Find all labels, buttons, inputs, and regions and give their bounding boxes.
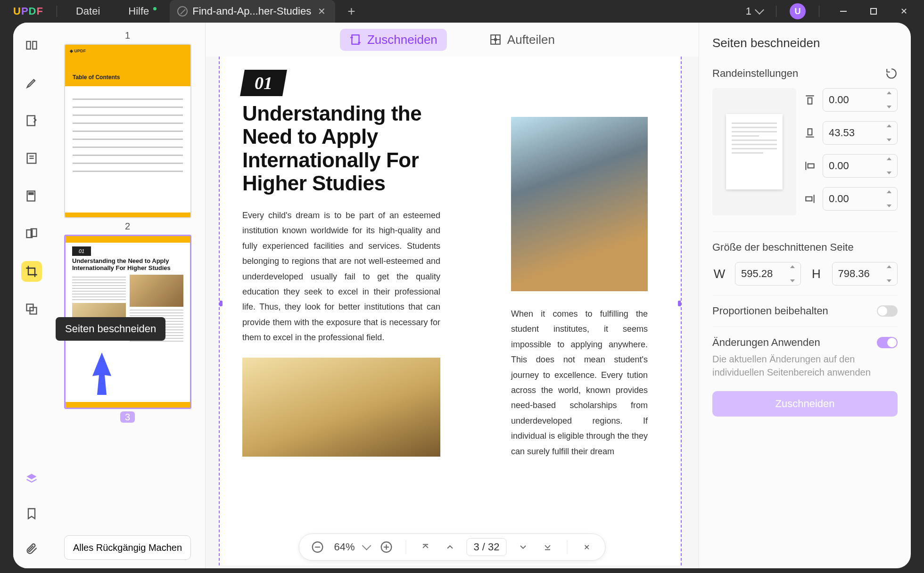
center-area: Zuschneiden Aufteilen 01 Understanding t… — [206, 23, 699, 568]
zoom-out-button[interactable] — [310, 539, 326, 555]
margin-right-input[interactable]: 0.00 — [823, 187, 898, 211]
svg-rect-30 — [806, 197, 812, 201]
page-content: 01 Understanding the Need to Apply Inter… — [220, 57, 681, 470]
spin-up-icon[interactable] — [887, 265, 891, 268]
mode-split-label: Aufteilen — [507, 33, 555, 47]
menu-file[interactable]: Datei — [62, 5, 114, 17]
spin-down-icon[interactable] — [887, 172, 891, 174]
title-bar: UPDF Datei Hilfe Find-and-Ap...her-Studi… — [0, 0, 924, 23]
document-tab[interactable]: Find-and-Ap...her-Studies ✕ — [170, 0, 335, 23]
menu-help-label: Hilfe — [128, 5, 149, 17]
spin-up-icon[interactable] — [790, 265, 795, 268]
crop-frame[interactable]: 01 Understanding the Need to Apply Inter… — [219, 57, 682, 565]
rail-organize[interactable] — [21, 223, 42, 244]
margin-top-input[interactable]: 0.00 — [823, 88, 898, 112]
close-crop-button[interactable]: ✕ — [578, 539, 594, 555]
page-para-1: Every child's dream is to be part of an … — [242, 208, 440, 345]
first-page-button[interactable] — [418, 539, 434, 555]
mode-split[interactable]: Aufteilen — [480, 29, 564, 51]
apply-changes-toggle[interactable] — [877, 337, 898, 348]
svg-rect-25 — [808, 98, 812, 104]
rail-form[interactable] — [21, 148, 42, 169]
thumbnail-1[interactable]: ◆ UPDF Table of Contents — [64, 44, 191, 218]
height-label: H — [809, 267, 824, 281]
view-toolbar: 64% 3 / 32 ✕ — [299, 533, 606, 561]
margin-right-icon — [804, 193, 816, 205]
menu-help[interactable]: Hilfe — [114, 5, 163, 17]
keep-proportions-label: Proportionen beibehalten — [712, 305, 828, 317]
divider — [819, 6, 819, 17]
spin-down-icon[interactable] — [887, 106, 891, 108]
chevron-down-icon — [755, 5, 764, 15]
rail-crop-pages[interactable] — [21, 261, 42, 282]
rail-tooltip: Seiten beschneiden — [56, 317, 165, 341]
rail-bookmarks[interactable] — [21, 503, 42, 524]
mode-switcher: Zuschneiden Aufteilen — [206, 23, 699, 57]
panel-title: Seiten beschneiden — [712, 36, 898, 50]
rail-highlight[interactable] — [21, 73, 42, 93]
rail-layers[interactable] — [21, 468, 42, 489]
mode-crop[interactable]: Zuschneiden — [340, 29, 447, 51]
crop-handle-right[interactable] — [678, 301, 682, 306]
page-current: 3 — [474, 541, 479, 553]
crop-handle-left[interactable] — [219, 301, 223, 306]
close-tab-icon[interactable]: ✕ — [316, 6, 328, 17]
page-heading: Understanding the Need to Apply Internat… — [242, 102, 450, 195]
spin-up-icon[interactable] — [887, 190, 891, 193]
spin-up-icon[interactable] — [887, 124, 891, 127]
rail-compare[interactable] — [21, 299, 42, 319]
height-input[interactable]: 798.36 — [832, 262, 898, 286]
page-sep: / — [482, 541, 485, 553]
spin-down-icon[interactable] — [887, 139, 891, 141]
page-indicator[interactable]: 3 / 32 — [467, 538, 507, 556]
spin-down-icon[interactable] — [790, 279, 795, 282]
cursor-arrow-icon — [89, 352, 115, 399]
divider — [57, 6, 57, 17]
margin-left-input[interactable]: 0.00 — [823, 154, 898, 178]
width-label: W — [712, 267, 726, 281]
rail-attachments[interactable] — [21, 538, 42, 559]
apply-changes-hint: Die aktuellen Änderungen auf den individ… — [712, 352, 898, 379]
zoom-dropdown-icon[interactable] — [362, 541, 371, 550]
window-page-dropdown[interactable]: 1 — [746, 5, 763, 17]
rail-redact[interactable] — [21, 186, 42, 206]
svg-rect-2 — [27, 116, 35, 126]
spin-down-icon[interactable] — [887, 205, 891, 207]
width-input[interactable]: 595.28 — [735, 262, 801, 286]
margins-label: Randeinstellungen — [712, 67, 798, 80]
tool-rail — [13, 23, 50, 568]
apply-changes-label: Änderungen Anwenden — [712, 336, 820, 349]
chapter-badge: 01 — [240, 70, 287, 96]
spin-up-icon[interactable] — [887, 157, 891, 160]
zoom-in-button[interactable] — [379, 539, 395, 555]
rail-edit[interactable] — [21, 110, 42, 131]
thumb-number-2: 2 — [64, 221, 191, 232]
document-viewport[interactable]: 01 Understanding the Need to Apply Inter… — [206, 57, 699, 568]
minimize-button[interactable] — [833, 4, 854, 19]
window-page-value: 1 — [746, 5, 751, 17]
svg-rect-7 — [29, 193, 33, 195]
prev-page-button[interactable] — [442, 539, 458, 555]
thumb2-chapter: 01 — [72, 246, 91, 256]
spin-up-icon[interactable] — [887, 91, 891, 94]
cropped-size-label: Größe der beschnittenen Seite — [712, 241, 898, 254]
user-avatar[interactable]: U — [790, 3, 806, 19]
page-total: 32 — [488, 541, 499, 553]
svg-rect-29 — [808, 164, 814, 168]
reset-margins-icon[interactable] — [885, 67, 898, 80]
thumb-number-3: 3 — [64, 412, 191, 423]
crop-apply-button[interactable]: Zuschneiden — [712, 391, 898, 417]
rail-reader[interactable] — [21, 35, 42, 56]
page-image-2 — [242, 358, 440, 457]
close-window-button[interactable]: ✕ — [893, 4, 915, 19]
keep-proportions-toggle[interactable] — [877, 305, 898, 317]
next-page-button[interactable] — [515, 539, 531, 555]
spin-down-icon[interactable] — [887, 279, 891, 282]
new-tab-button[interactable]: + — [335, 4, 367, 19]
margin-bottom-input[interactable]: 43.53 — [823, 121, 898, 145]
maximize-button[interactable] — [863, 4, 884, 19]
update-dot-icon — [153, 7, 157, 10]
undo-all-button[interactable]: Alles Rückgängig Machen — [64, 535, 191, 560]
last-page-button[interactable] — [539, 539, 555, 555]
svg-rect-12 — [352, 35, 359, 44]
